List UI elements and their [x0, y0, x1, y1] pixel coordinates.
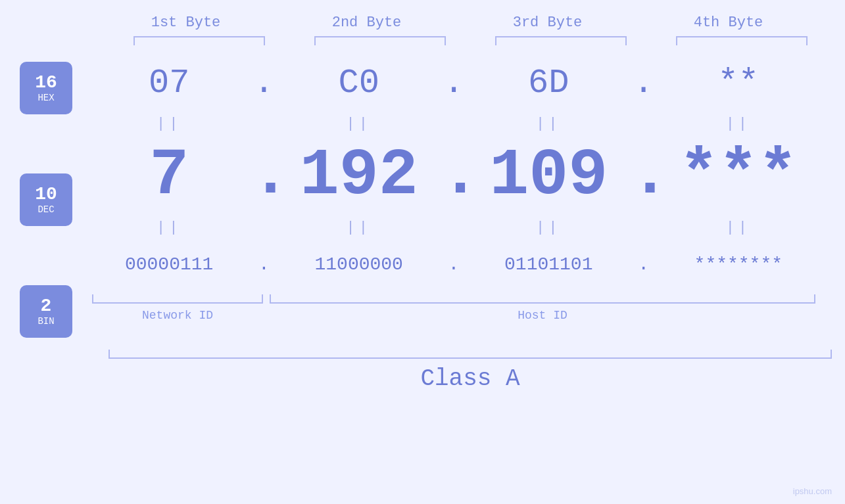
class-section: Class A: [109, 350, 832, 392]
byte3-bracket: [495, 36, 627, 45]
bin-badge: 2 BIN: [20, 285, 72, 338]
hex-byte4: **: [718, 64, 759, 103]
eq1-byte2: ||: [287, 116, 431, 132]
bin-byte3: 01101101: [504, 254, 592, 275]
bin-dot2: .: [448, 254, 460, 275]
bin-byte2: 11000000: [314, 254, 402, 275]
bin-row: 00000111 . 11000000 . 01101101 .: [92, 240, 815, 289]
eq2-byte2: ||: [287, 219, 431, 236]
byte-label-3: 3rd Byte: [469, 14, 627, 31]
hex-byte2: C0: [338, 64, 379, 103]
bottom-brackets: [92, 294, 815, 304]
eq2-byte1: ||: [97, 219, 241, 236]
byte2-bracket: [314, 36, 446, 45]
bin-dot3: .: [638, 254, 649, 275]
byte-label-2: 2nd Byte: [288, 14, 446, 31]
bin-byte1: 00000111: [125, 254, 213, 275]
network-id-label: Network ID: [92, 309, 263, 322]
dec-badge: 10 DEC: [20, 173, 72, 226]
equals-row-2: || || || ||: [92, 215, 815, 240]
eq1-byte1: ||: [97, 116, 241, 132]
hex-dot1: .: [254, 64, 274, 103]
eq1-byte4: ||: [666, 116, 811, 132]
hex-dot3: .: [633, 64, 654, 103]
class-bracket: [109, 350, 832, 359]
dec-byte4: ***: [679, 139, 798, 213]
eq2-byte4: ||: [666, 219, 811, 236]
byte-label-1: 1st Byte: [107, 14, 265, 31]
byte1-bracket: [133, 36, 265, 45]
dec-byte3: 109: [489, 139, 608, 213]
dec-dot1: .: [251, 138, 290, 212]
network-id-bracket: [92, 294, 263, 304]
hex-dot2: .: [443, 64, 464, 103]
dec-dot3: .: [631, 138, 670, 212]
eq1-byte3: ||: [476, 116, 621, 132]
eq2-byte3: ||: [476, 219, 621, 236]
badges-column: 16 HEX 10 DEC 2 BIN: [0, 55, 92, 338]
class-label: Class A: [109, 365, 832, 392]
dec-byte1: 7: [149, 139, 189, 213]
host-id-label: Host ID: [270, 309, 815, 322]
id-labels: Network ID Host ID: [92, 309, 815, 322]
bin-byte4: ********: [694, 254, 783, 275]
dec-dot2: .: [441, 138, 480, 212]
dec-byte2: 192: [300, 139, 418, 213]
host-id-bracket: [270, 294, 815, 304]
dec-row: 7 . 192 . 109 . ***: [92, 136, 815, 215]
hex-byte1: 07: [149, 64, 189, 103]
byte-label-4: 4th Byte: [650, 14, 808, 31]
bin-dot1: .: [258, 254, 270, 275]
equals-row-1: || || || ||: [92, 111, 815, 136]
hex-badge: 16 HEX: [20, 62, 72, 114]
byte4-bracket: [676, 36, 808, 45]
watermark: ipshu.com: [793, 486, 832, 496]
main-container: 1st Byte 2nd Byte 3rd Byte 4th Byte 16 H…: [0, 0, 845, 504]
hex-row: 07 . C0 . 6D . **: [92, 55, 815, 111]
hex-byte3: 6D: [528, 64, 569, 103]
